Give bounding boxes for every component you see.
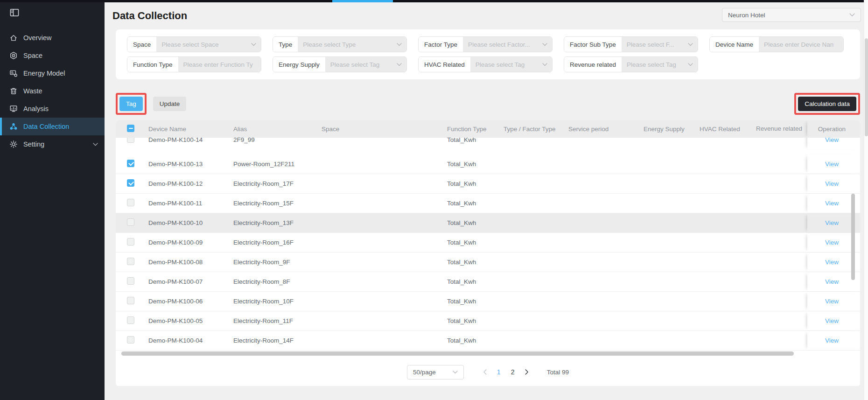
filter-factor-type[interactable]: Factor TypePlease select Factor...	[418, 36, 553, 52]
site-selector[interactable]: Neuron Hotel	[722, 8, 861, 22]
table-footer: 50/page 12 Total 99	[116, 358, 860, 386]
column-header-function-type: Function Type	[447, 126, 504, 133]
sidebar-item-space[interactable]: Space	[0, 47, 105, 64]
window-scrollbar-thumb[interactable]	[865, 38, 868, 136]
filter-space[interactable]: SpacePlease select Space	[127, 36, 261, 52]
prev-page-button[interactable]	[478, 365, 492, 379]
filter-placeholder: Please enter Function Ty	[183, 61, 253, 68]
filter-hvac-related[interactable]: HVAC RelatedPlease select Tag	[418, 56, 553, 72]
sidebar-collapse-icon[interactable]	[9, 7, 20, 18]
filter-input: Please enter Device Nan	[759, 37, 843, 52]
cell-device-name: Demo-PM-K100-14	[148, 138, 233, 143]
filter-revenue-related[interactable]: Revenue relatedPlease select Tag	[564, 56, 698, 72]
total-count: Total 99	[547, 369, 569, 376]
setting-icon	[9, 140, 18, 148]
cell-function-type: Total_Kwh	[447, 138, 504, 143]
sidebar-item-overview[interactable]: Overview	[0, 29, 105, 47]
view-link[interactable]: View	[825, 337, 839, 344]
view-link[interactable]: View	[825, 161, 839, 168]
calculation-data-button[interactable]: Calculation data	[798, 97, 856, 111]
sidebar-item-label: Energy Model	[23, 70, 65, 77]
sidebar-item-data-collection[interactable]: Data Collection	[0, 118, 105, 135]
cell-operation: View	[807, 154, 860, 174]
filter-type[interactable]: TypePlease select Type	[273, 36, 407, 52]
sidebar-item-label: Analysis	[23, 105, 49, 112]
filter-function-type[interactable]: Function TypePlease enter Function Ty	[127, 56, 261, 72]
filter-factor-sub-type[interactable]: Factor Sub TypePlease select F...	[564, 36, 698, 52]
annotation-box-tag: Tag	[116, 93, 147, 115]
chevron-down-icon	[453, 371, 458, 374]
page-numbers: 12	[492, 365, 520, 379]
sidebar-item-label: Overview	[23, 34, 51, 42]
column-header-energy-supply: Energy Supply	[644, 126, 700, 133]
column-header-type-factor-type: Type / Factor Type	[504, 126, 568, 133]
row-checkbox[interactable]	[127, 218, 134, 226]
filter-label: Factor Sub Type	[564, 37, 622, 52]
pagination: 50/page 12 Total 99	[407, 365, 569, 379]
column-header-device-name: Device Name	[148, 126, 233, 133]
row-checkbox[interactable]	[127, 160, 134, 167]
view-link[interactable]: View	[825, 298, 839, 305]
update-button[interactable]: Update	[153, 97, 187, 111]
row-checkbox[interactable]	[127, 297, 134, 304]
view-link[interactable]: View	[825, 138, 839, 143]
sidebar-item-label: Setting	[23, 140, 44, 148]
window-scrollbar[interactable]	[864, 0, 868, 400]
table-horizontal-scrollbar[interactable]	[121, 351, 794, 356]
table-vertical-scrollbar[interactable]	[851, 194, 855, 280]
view-link[interactable]: View	[825, 239, 839, 246]
filter-label: Function Type	[127, 57, 178, 72]
row-checkbox[interactable]	[127, 238, 134, 246]
next-page-button[interactable]	[520, 365, 534, 379]
main-content: Data Collection Neuron Hotel SpacePlease…	[105, 2, 868, 400]
sidebar-nav: OverviewSpaceEnergy ModelWasteAnalysisDa…	[0, 29, 105, 153]
cell-function-type: Total_Kwh	[447, 161, 504, 168]
row-checkbox[interactable]	[127, 277, 134, 285]
page-button-2[interactable]: 2	[506, 365, 520, 379]
sidebar-item-analysis[interactable]: Analysis	[0, 100, 105, 118]
filter-label: Device Name	[710, 37, 759, 52]
page-header: Data Collection Neuron Hotel	[105, 2, 868, 29]
row-checkbox[interactable]	[127, 179, 134, 187]
filter-select: Please select Tag	[325, 57, 406, 72]
filter-energy-supply[interactable]: Energy SupplyPlease select Tag	[273, 56, 407, 72]
filter-device-name[interactable]: Device NamePlease enter Device Nan	[709, 36, 844, 52]
chevron-down-icon	[397, 43, 402, 46]
cell-function-type: Total_Kwh	[447, 337, 504, 344]
cell-function-type: Total_Kwh	[447, 180, 504, 187]
cell-function-type: Total_Kwh	[447, 278, 504, 285]
page-button-1[interactable]: 1	[492, 365, 506, 379]
view-link[interactable]: View	[825, 259, 839, 266]
checkbox-cell	[116, 336, 148, 345]
sidebar-item-setting[interactable]: Setting	[0, 135, 105, 153]
filter-label: Revenue related	[564, 57, 622, 72]
cell-alias: Electricity-Room_10F	[233, 298, 322, 305]
sidebar-item-label: Waste	[23, 87, 42, 95]
view-link[interactable]: View	[825, 317, 839, 324]
view-link[interactable]: View	[825, 200, 839, 207]
tag-button[interactable]: Tag	[119, 97, 143, 111]
select-all-checkbox[interactable]	[127, 125, 134, 132]
view-link[interactable]: View	[825, 278, 839, 285]
home-icon	[9, 34, 18, 42]
cell-alias: Electricity-Room_14F	[233, 337, 322, 344]
view-link[interactable]: View	[825, 180, 839, 187]
annotation-box-calculation-data: Calculation data	[794, 93, 860, 115]
sidebar-item-waste[interactable]: Waste	[0, 82, 105, 100]
cell-function-type: Total_Kwh	[447, 219, 504, 226]
filter-select: Please select Space	[156, 37, 261, 52]
sidebar-item-energy-model[interactable]: Energy Model	[0, 64, 105, 82]
row-checkbox[interactable]	[127, 258, 134, 265]
row-checkbox[interactable]	[127, 336, 134, 344]
cell-alias: Electricity-Room_16F	[233, 239, 322, 246]
cell-operation: View	[807, 138, 860, 149]
filter-placeholder: Please select Space	[161, 41, 218, 48]
page-size-select[interactable]: 50/page	[407, 365, 464, 379]
row-checkbox[interactable]	[127, 316, 134, 324]
row-checkbox[interactable]	[127, 199, 134, 206]
sidebar-item-label: Space	[23, 52, 42, 59]
filter-select: Please select Type	[298, 37, 406, 52]
row-checkbox[interactable]	[127, 138, 134, 143]
view-link[interactable]: View	[825, 219, 839, 226]
filter-placeholder: Please select Tag	[627, 61, 676, 68]
